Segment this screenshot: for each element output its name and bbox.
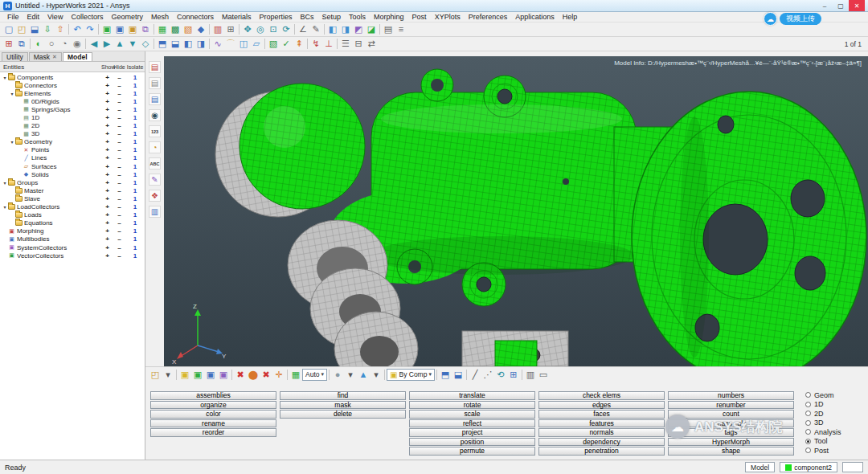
label-abc-icon[interactable]: ABC bbox=[149, 157, 161, 170]
morph-handle-icon[interactable]: ✛ bbox=[272, 369, 285, 381]
arrange-quad-2-icon[interactable]: ⬓ bbox=[169, 38, 182, 50]
panel-button-reorder[interactable]: reorder bbox=[150, 428, 276, 437]
panel-button-scale[interactable]: scale bbox=[409, 410, 535, 419]
menu-materials[interactable]: Materials bbox=[218, 13, 256, 21]
hide-toggle[interactable]: – bbox=[113, 244, 125, 251]
panel-button-project[interactable]: project bbox=[409, 428, 535, 437]
show-toggle[interactable]: + bbox=[101, 227, 113, 235]
isolate-toggle[interactable]: 1 bbox=[125, 203, 145, 210]
show-toggle[interactable]: + bbox=[101, 252, 113, 259]
component-purple-icon[interactable]: ▣ bbox=[217, 369, 230, 381]
expand-arrow-icon[interactable]: ▾ bbox=[2, 180, 8, 186]
isolate-toggle[interactable]: 1 bbox=[125, 74, 145, 81]
show-toggle[interactable]: + bbox=[101, 106, 113, 113]
panel-tab-utility[interactable]: Utility bbox=[2, 52, 28, 61]
fit-view-icon[interactable]: ⊡ bbox=[267, 23, 280, 35]
panel-button-features[interactable]: features bbox=[538, 419, 665, 428]
tree-row-elements[interactable]: ▾Elements+–1 bbox=[0, 89, 145, 97]
wireframe-view-icon[interactable]: ○ bbox=[45, 38, 58, 50]
hide-toggle[interactable]: – bbox=[113, 98, 125, 105]
show-cube-back-icon[interactable]: ⬓ bbox=[452, 369, 465, 381]
hide-toggle[interactable]: – bbox=[113, 171, 125, 178]
transparency-view-icon[interactable]: ◉ bbox=[71, 38, 84, 50]
panel-button-mask[interactable]: mask bbox=[280, 401, 406, 410]
isolate-toggle[interactable]: 1 bbox=[125, 171, 145, 178]
tree-row-springs-gaps[interactable]: ▦Springs/Gaps+–1 bbox=[0, 105, 145, 113]
hide-toggle[interactable]: – bbox=[113, 130, 125, 137]
page-radio-2d[interactable]: 2D bbox=[805, 410, 841, 418]
isolate-toggle[interactable]: 1 bbox=[125, 195, 145, 202]
normals-display-icon[interactable]: ⇞ bbox=[293, 38, 305, 50]
panel-button-translate[interactable]: translate bbox=[409, 391, 535, 400]
show-toggle[interactable]: + bbox=[101, 179, 113, 186]
quick-edit-icon[interactable]: ✎ bbox=[149, 174, 161, 186]
hide-toggle[interactable]: – bbox=[113, 74, 125, 81]
tree-row-groups[interactable]: ▾Groups+–1 bbox=[0, 178, 145, 186]
page-radio-geom[interactable]: Geom bbox=[805, 391, 841, 399]
section-cut-icon[interactable]: ◫ bbox=[237, 38, 250, 50]
menu-edit[interactable]: Edit bbox=[23, 13, 44, 21]
view-iso-icon[interactable]: ◇ bbox=[139, 38, 152, 50]
menu-properties[interactable]: Properties bbox=[255, 13, 296, 21]
isolate-toggle[interactable]: 1 bbox=[125, 219, 145, 227]
color-by-select[interactable]: ▣By Comp▾ bbox=[387, 369, 435, 381]
model-browser-icon[interactable]: ☰ bbox=[339, 38, 352, 50]
expand-arrow-icon[interactable]: ▾ bbox=[2, 75, 8, 80]
shaded-view-icon[interactable]: ◐ bbox=[32, 38, 45, 50]
window-layout-icon[interactable]: ⊞ bbox=[2, 38, 15, 50]
print-icon[interactable]: ▤ bbox=[382, 23, 395, 35]
panel-button-mass-calc[interactable]: mass calc bbox=[668, 419, 794, 428]
menu-tools[interactable]: Tools bbox=[345, 13, 370, 21]
panel-button-penetration[interactable]: penetration bbox=[538, 447, 665, 456]
tree-row-vectorcollectors[interactable]: ▣VectorCollectors+–1 bbox=[0, 251, 145, 259]
show-toggle[interactable]: + bbox=[101, 244, 113, 251]
expand-arrow-icon[interactable]: ▾ bbox=[2, 204, 8, 210]
save-model-icon[interactable]: ⬓ bbox=[28, 23, 41, 35]
entity-sets-icon[interactable]: ⊟ bbox=[352, 38, 365, 50]
table-icon[interactable]: ⊞ bbox=[224, 23, 237, 35]
import-file-icon[interactable]: ⇩ bbox=[41, 23, 54, 35]
current-component[interactable]: component2 bbox=[780, 462, 837, 472]
show-toggle[interactable]: + bbox=[101, 187, 113, 194]
cone-dropdown-icon[interactable]: ▾ bbox=[370, 369, 383, 381]
tree-row-solids[interactable]: ◆Solids+–1 bbox=[0, 170, 145, 178]
cube-axes-icon[interactable]: ⊞ bbox=[507, 369, 520, 381]
show-toggle[interactable]: + bbox=[101, 98, 113, 105]
isolate-toggle[interactable]: 1 bbox=[125, 163, 145, 170]
show-toggle[interactable]: + bbox=[101, 195, 113, 202]
export-file-icon[interactable]: ⇧ bbox=[54, 23, 67, 35]
histogram-icon[interactable]: ▥ bbox=[524, 369, 537, 381]
hide-toggle[interactable]: – bbox=[113, 227, 125, 235]
menu-post[interactable]: Post bbox=[408, 13, 431, 21]
hide-toggle[interactable]: – bbox=[113, 138, 125, 145]
hidden-line-view-icon[interactable]: ◔ bbox=[58, 38, 71, 50]
show-toggle[interactable]: + bbox=[101, 82, 113, 89]
panel-button-assemblies[interactable]: assemblies bbox=[150, 391, 276, 400]
menu-view[interactable]: View bbox=[43, 13, 67, 21]
panel-button-check-elems[interactable]: check elems bbox=[538, 391, 665, 400]
zoom-view-icon[interactable]: ◎ bbox=[254, 23, 267, 35]
component-collector-icon[interactable]: ▣ bbox=[100, 23, 113, 35]
constraint-display-icon[interactable]: ⊥ bbox=[322, 38, 335, 50]
paint-color-icon[interactable]: ⬤ bbox=[247, 369, 260, 381]
show-toggle[interactable]: + bbox=[101, 171, 113, 178]
element-check-icon[interactable]: ✓ bbox=[280, 38, 293, 50]
tree-row-1d[interactable]: ▤1D+–1 bbox=[0, 113, 145, 121]
entity-card-icon[interactable]: ▤ bbox=[149, 77, 161, 89]
show-toggle[interactable]: + bbox=[101, 74, 113, 81]
panel-button-numbers[interactable]: numbers bbox=[668, 391, 794, 400]
line-tool-icon[interactable]: ╱ bbox=[469, 369, 481, 381]
open-model-icon[interactable]: ◰ bbox=[15, 23, 28, 35]
property-collector-icon[interactable]: ▣ bbox=[113, 23, 126, 35]
panel-tab-model[interactable]: Model bbox=[63, 52, 92, 61]
hide-toggle[interactable]: – bbox=[113, 90, 125, 97]
menu-help[interactable]: Help bbox=[559, 13, 582, 21]
reject-entity-icon[interactable]: ✖ bbox=[260, 369, 272, 381]
expand-arrow-icon[interactable]: ▾ bbox=[9, 139, 15, 145]
cone-display-icon[interactable]: ▲ bbox=[357, 369, 370, 381]
tree-row-points[interactable]: ✕Points+–1 bbox=[0, 146, 145, 154]
menu-bcs[interactable]: BCs bbox=[297, 13, 318, 21]
mask-panel-icon[interactable]: ◩ bbox=[352, 23, 365, 35]
show-toggle[interactable]: + bbox=[101, 219, 113, 227]
view-bottom-icon[interactable]: ▼ bbox=[126, 38, 139, 50]
